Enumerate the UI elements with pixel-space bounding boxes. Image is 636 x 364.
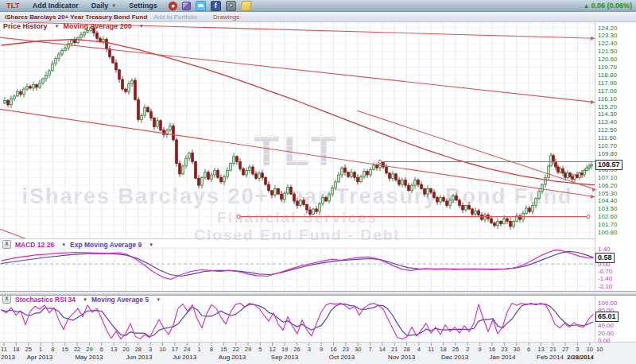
macd-signal-dropdown[interactable]: Exp Moving Average 9 [70, 241, 142, 249]
week-tick-label: 22 [71, 346, 83, 353]
axis-tick-label: 123.30 [598, 32, 617, 39]
drawings-menu[interactable]: Drawings [213, 14, 239, 21]
week-tick-label: 20 [120, 346, 133, 353]
close-stochastics-pane-button[interactable]: X [2, 295, 11, 304]
axis-tick-label: 114.30 [598, 110, 617, 118]
week-tick-label: 23 [498, 346, 510, 353]
month-label: May 2013 [67, 354, 111, 361]
axis-tick-label: 107.10 [598, 174, 617, 181]
symbol-label[interactable]: TLT [6, 2, 20, 10]
stochastics-dropdown[interactable]: Stochastics RSI 34 [15, 296, 76, 304]
week-tick-label: 29 [83, 346, 95, 353]
week-tick-label: 30 [351, 346, 364, 353]
up-arrow-icon: ▲ [584, 2, 590, 10]
axis-tick-label: 118.80 [598, 72, 617, 79]
week-tick-label: 7 [364, 346, 377, 353]
week-tick-label: 9 [474, 346, 487, 353]
week-tick-label: 1 [34, 346, 47, 353]
price-change-readout: ▲ 0.06 (0.06%) [584, 2, 632, 10]
symbol-subheader: iShares Barclays 20+ Year Treasury Bond … [0, 12, 636, 22]
week-tick-label: 18 [437, 346, 450, 353]
axis-tick-label: 117.00 [598, 87, 617, 95]
cube-icon[interactable] [182, 2, 191, 10]
week-tick-label: 30 [510, 346, 523, 353]
week-tick-label: 28 [401, 346, 413, 353]
main-toolbar: TLT Add Indicator Daily ▼ Settings f ▲ 0… [0, 0, 636, 12]
axis-tick-label: 116.10 [598, 95, 617, 103]
week-tick-label: 22 [230, 346, 242, 353]
change-value: 0.06 (0.06%) [591, 2, 632, 10]
week-tick-label: 10 [584, 346, 596, 353]
month-label: Sep 2013 [262, 354, 307, 361]
week-tick-label: 9 [315, 346, 328, 353]
chevron-down-icon[interactable]: ▼ [55, 24, 60, 29]
axis-tick-label: 105.30 [598, 190, 617, 197]
chevron-down-icon[interactable]: ▼ [139, 24, 144, 29]
week-tick-label: 11 [0, 346, 10, 353]
axis-tick-label: -2.10 [598, 283, 612, 290]
settings-button[interactable]: Settings [129, 2, 157, 10]
week-tick-label: 3 [303, 346, 316, 353]
month-label: Apr 2013 [17, 354, 62, 361]
stochastics-value-box: 65.01 [595, 312, 619, 322]
toolbar-icons: f [169, 1, 251, 11]
week-tick-label: 2 [461, 346, 474, 353]
price-history-dropdown[interactable]: Price History [3, 22, 48, 30]
month-label: Aug 2013 [210, 354, 254, 361]
chart-canvas[interactable] [0, 0, 636, 364]
chevron-down-icon[interactable]: ▼ [156, 297, 161, 302]
facebook-icon[interactable]: f [211, 1, 221, 11]
axis-tick-label: 106.20 [598, 182, 617, 189]
month-label: Jun 2013 [117, 354, 161, 361]
axis-tick-label: 20.00 [598, 330, 614, 337]
week-tick-label: 18 [10, 346, 22, 353]
axis-tick-label: 101.70 [598, 221, 617, 228]
axis-tick-label: -1.40 [598, 275, 612, 282]
month-label: Nov 2013 [379, 354, 424, 361]
close-macd-pane-button[interactable]: X [2, 240, 11, 249]
chevron-down-icon[interactable]: ▼ [111, 3, 116, 8]
month-label: Oct 2013 [320, 354, 364, 361]
week-tick-label: 3 [571, 346, 584, 353]
add-indicator-button[interactable]: Add Indicator [33, 2, 79, 10]
axis-tick-label: 122.40 [598, 40, 617, 47]
week-tick-label: 4 [413, 346, 425, 353]
timeframe-dropdown[interactable]: Daily [91, 2, 109, 10]
week-tick-label: 1 [193, 346, 206, 353]
week-tick-label: 15 [59, 346, 72, 353]
week-tick-label: 6 [95, 346, 108, 353]
axis-tick-label: 112.50 [598, 126, 617, 134]
twitter-icon[interactable] [196, 1, 206, 11]
week-tick-label: 26 [290, 346, 303, 353]
moving-average-200-dropdown[interactable]: Moving Average 200 [63, 22, 131, 30]
week-tick-label: 24 [180, 346, 193, 353]
week-tick-label: 8 [205, 346, 218, 353]
axis-tick-label: 113.40 [598, 118, 617, 126]
charting-app-window: TLT iShares Barclays 20+ Year Treasury B… [0, 0, 636, 364]
chevron-down-icon[interactable]: ▼ [61, 242, 66, 247]
axis-tick-label: 100.00 [598, 300, 617, 307]
week-tick-label: 3 [144, 346, 157, 353]
stochastics-ma-dropdown[interactable]: Moving Average 5 [91, 296, 149, 304]
week-tick-label: 14 [376, 346, 389, 353]
week-tick-label: 27 [559, 346, 572, 353]
alerts-icon[interactable] [169, 2, 177, 10]
notes-icon[interactable] [240, 1, 252, 11]
week-tick-label: 5 [254, 346, 266, 353]
axis-tick-label: 100.80 [598, 229, 617, 236]
axis-tick-label: 103.50 [598, 205, 617, 212]
price-pane-header: Price History ▼ Moving Average 200 ▼ [3, 22, 144, 30]
macd-value-box: 0.58 [595, 253, 615, 263]
macd-pane-header: X MACD 12 26 ▼ Exp Moving Average 9 ▼ [2, 240, 153, 249]
axis-tick-label: 115.20 [598, 103, 617, 110]
chevron-down-icon[interactable]: ▼ [83, 297, 87, 302]
axis-tick-label: 1.40 [598, 246, 611, 253]
add-to-portfolio-link[interactable]: Add to Portfolio [153, 14, 197, 21]
week-tick-label: 11 [425, 346, 437, 353]
macd-dropdown[interactable]: MACD 12 26 [15, 241, 54, 249]
snapshot-icon[interactable] [226, 1, 236, 11]
chevron-down-icon[interactable]: ▼ [149, 242, 153, 247]
axis-tick-label: 111.60 [598, 134, 616, 141]
week-tick-label: 29 [242, 346, 254, 353]
axis-tick-label: 40.00 [598, 322, 614, 329]
